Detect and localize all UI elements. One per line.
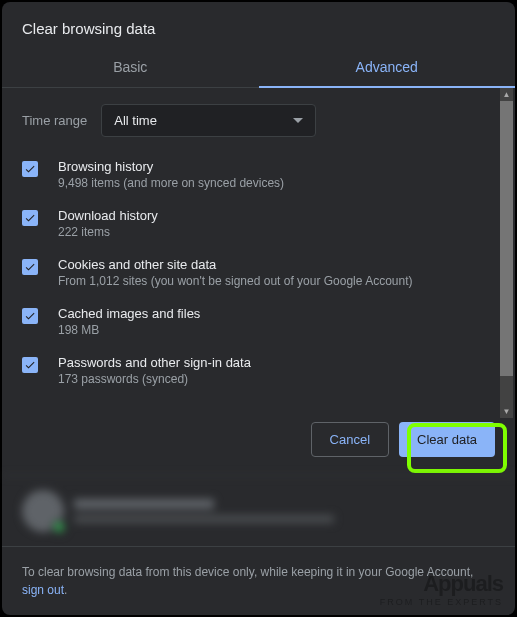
scroll-up-icon[interactable]: ▲ [500,88,513,101]
item-subtitle: 198 MB [58,323,495,337]
account-email-blurred [74,515,334,523]
sync-badge-icon [52,520,66,534]
checkbox-cookies[interactable] [22,259,38,275]
time-range-label: Time range [22,113,87,128]
check-icon [24,212,36,224]
item-cookies: Cookies and other site data From 1,012 s… [22,257,495,288]
check-icon [24,163,36,175]
avatar [22,490,64,532]
checkbox-content: Cookies and other site data From 1,012 s… [58,257,495,288]
item-title: Cached images and files [58,306,495,321]
time-range-dropdown[interactable]: All time [101,104,316,137]
tabs-container: Basic Advanced [2,49,515,88]
checkbox-cached[interactable] [22,308,38,324]
footer-text-1: To clear browsing data from this device … [22,565,473,579]
checkbox-browsing-history[interactable] [22,161,38,177]
account-row [22,490,495,546]
scroll-down-icon[interactable]: ▼ [500,405,513,418]
item-title: Passwords and other sign-in data [58,355,495,370]
checkbox-content: Browsing history 9,498 items (and more o… [58,159,495,190]
tab-basic[interactable]: Basic [2,49,259,87]
checkbox-download-history[interactable] [22,210,38,226]
item-subtitle: 222 items [58,225,495,239]
content-area: Time range All time Browsing history 9,4… [2,88,515,404]
chevron-down-icon [293,118,303,123]
item-download-history: Download history 222 items [22,208,495,239]
footer-account-section [2,475,515,546]
account-info [74,499,334,523]
button-row: Cancel Clear data [2,404,515,475]
item-cached: Cached images and files 198 MB [22,306,495,337]
tab-advanced[interactable]: Advanced [259,49,516,87]
item-browsing-history: Browsing history 9,498 items (and more o… [22,159,495,190]
dropdown-value: All time [114,113,157,128]
scrollbar-thumb[interactable] [500,101,513,376]
check-icon [24,261,36,273]
clear-data-button[interactable]: Clear data [399,422,495,457]
item-subtitle: From 1,012 sites (you won't be signed ou… [58,274,495,288]
checkbox-content: Cached images and files 198 MB [58,306,495,337]
check-icon [24,310,36,322]
item-subtitle: 173 passwords (synced) [58,372,495,386]
footer-text: To clear browsing data from this device … [2,546,515,615]
dialog-title: Clear browsing data [2,2,515,49]
item-title: Download history [58,208,495,223]
item-title: Cookies and other site data [58,257,495,272]
account-name-blurred [74,499,214,509]
item-passwords: Passwords and other sign-in data 173 pas… [22,355,495,386]
item-subtitle: 9,498 items (and more on synced devices) [58,176,495,190]
checkbox-content: Download history 222 items [58,208,495,239]
cancel-button[interactable]: Cancel [311,422,389,457]
time-range-row: Time range All time [22,104,495,137]
item-title: Browsing history [58,159,495,174]
checkbox-passwords[interactable] [22,357,38,373]
checkbox-content: Passwords and other sign-in data 173 pas… [58,355,495,386]
footer-text-2: . [64,583,67,597]
scrollbar[interactable]: ▲ ▼ [500,88,513,418]
sign-out-link[interactable]: sign out [22,583,64,597]
check-icon [24,359,36,371]
